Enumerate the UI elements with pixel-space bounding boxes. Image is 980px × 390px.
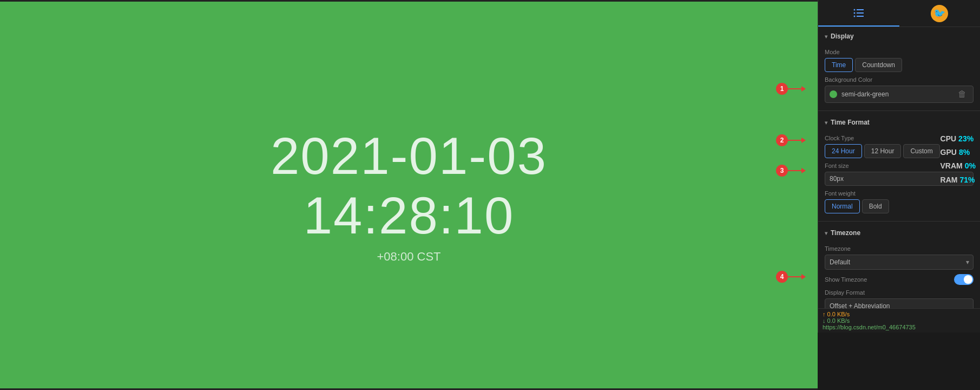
bg-color-label: Background Color	[825, 76, 974, 83]
display-section-header[interactable]: ▾ Display	[818, 27, 980, 44]
timezone-section-header[interactable]: ▾ Timezone	[818, 224, 980, 241]
display-section-label: Display	[831, 32, 854, 40]
top-icons-bar: 🐦	[818, 0, 980, 27]
net-down-arrow: ↓	[823, 317, 827, 324]
clock-area: 2021-01-03 14:28:10 +08:00 CST	[0, 0, 818, 390]
bg-color-row[interactable]: semi-dark-green 🗑	[825, 86, 974, 103]
net-up-value: 0.0 KB/s	[827, 311, 850, 317]
color-value-label: semi-dark-green	[841, 90, 951, 98]
clock-type-label: Clock Type	[825, 135, 974, 141]
font-bold-button[interactable]: Bold	[862, 199, 889, 213]
network-up-row: ↑ 0.0 KB/s	[823, 311, 976, 317]
time-format-section-header[interactable]: ▾ Time Format	[818, 113, 980, 131]
net-up-arrow: ↑	[823, 311, 827, 317]
clock-type-btn-group: 24 Hour 12 Hour Custom	[825, 144, 974, 158]
network-stats: ↑ 0.0 KB/s ↓ 0.0 KB/s https://blog.csdn.…	[818, 308, 980, 333]
display-format-label: Display Format	[825, 289, 974, 296]
show-timezone-text: Show Timezone	[825, 276, 867, 283]
divider-2	[818, 221, 980, 222]
time-format-section-body: Clock Type 24 Hour 12 Hour Custom Font s…	[818, 135, 980, 219]
mode-time-button[interactable]: Time	[825, 58, 853, 72]
timezone-section-label: Timezone	[831, 229, 860, 237]
net-down-value: 0.0 KB/s	[827, 317, 850, 324]
list-icon-button[interactable]	[818, 0, 899, 27]
font-weight-label: Font weight	[825, 190, 974, 197]
clock-time: 14:28:10	[304, 186, 515, 245]
timezone-field-label: Timezone	[825, 245, 974, 252]
svg-point-3	[853, 9, 855, 10]
clock-24h-button[interactable]: 24 Hour	[825, 144, 862, 158]
right-panel: 🐦 CPU23% GPU8% VRAM0% RAM71% ▾ Display	[818, 0, 980, 333]
color-delete-button[interactable]: 🗑	[956, 89, 969, 99]
color-swatch	[830, 90, 837, 98]
clock-12h-button[interactable]: 12 Hour	[864, 144, 902, 158]
show-timezone-toggle[interactable]	[954, 274, 974, 285]
display-chevron: ▾	[825, 34, 827, 40]
mode-countdown-button[interactable]: Countdown	[855, 58, 902, 72]
clock-timezone: +08:00 CST	[377, 250, 440, 264]
avatar-icon-button[interactable]: 🐦	[899, 0, 981, 27]
timezone-chevron: ▾	[825, 230, 827, 236]
mode-label: Mode	[825, 49, 974, 55]
right-panel-wrapper: 1 2 3 4	[818, 0, 980, 390]
display-section-body: Mode Time Countdown Background Color sem…	[818, 49, 980, 108]
timezone-select[interactable]: Default	[825, 255, 974, 270]
settings-content: ▾ Display Mode Time Countdown Background…	[818, 27, 980, 333]
show-timezone-label: Show Timezone	[825, 274, 974, 285]
show-timezone-row: Show Timezone	[825, 274, 974, 285]
time-format-section-label: Time Format	[831, 119, 870, 126]
font-size-input[interactable]	[825, 172, 974, 186]
network-down-row: ↓ 0.0 KB/s	[823, 317, 976, 324]
avatar-icon: 🐦	[931, 5, 948, 22]
font-normal-button[interactable]: Normal	[825, 199, 860, 213]
clock-custom-button[interactable]: Custom	[903, 144, 939, 158]
network-url: https://blog.csdn.net/m0_46674735	[823, 324, 976, 330]
mode-btn-group: Time Countdown	[825, 58, 974, 72]
svg-point-5	[853, 15, 855, 17]
time-format-chevron: ▾	[825, 120, 827, 126]
font-weight-btn-group: Normal Bold	[825, 199, 974, 213]
timezone-select-wrapper: Default	[825, 255, 974, 270]
clock-date: 2021-01-03	[271, 126, 547, 186]
font-size-label: Font size	[825, 162, 974, 169]
svg-point-4	[853, 12, 855, 14]
divider-1	[818, 110, 980, 111]
